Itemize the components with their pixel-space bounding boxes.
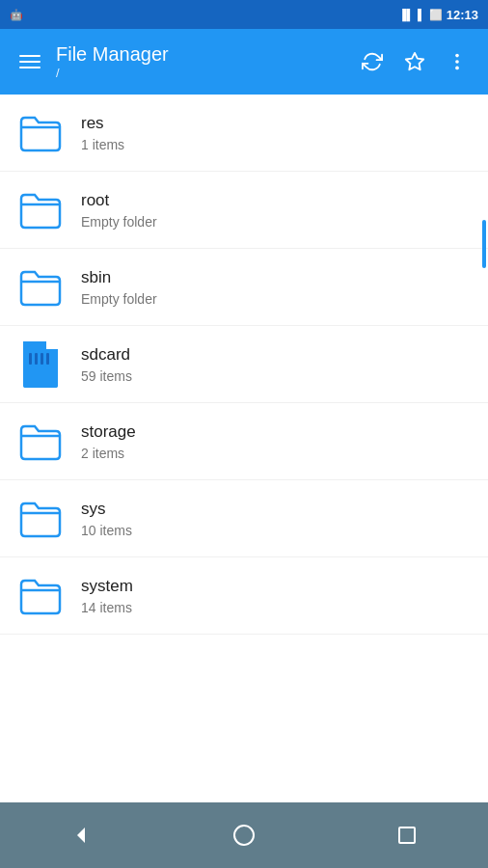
file-info: sbin Empty folder: [81, 267, 473, 306]
file-detail: 1 items: [81, 137, 473, 152]
more-icon: [447, 51, 468, 72]
folder-icon: [15, 417, 66, 467]
file-name: sys: [81, 499, 473, 520]
status-time: 12:13: [447, 8, 478, 22]
file-info: system 14 items: [81, 576, 473, 614]
file-list: res 1 items root Empty folder sbin Empty…: [0, 95, 488, 802]
favorite-button[interactable]: [395, 42, 434, 81]
app-title: File Manager: [56, 42, 353, 66]
top-bar-actions: [353, 42, 476, 81]
file-name: sdcard: [81, 344, 473, 366]
file-name: res: [81, 113, 473, 134]
folder-icon: [15, 185, 66, 235]
svg-rect-9: [41, 353, 43, 365]
file-detail: 2 items: [81, 446, 473, 461]
file-name: sbin: [81, 267, 473, 288]
file-name: root: [81, 190, 473, 211]
svg-point-2: [455, 60, 459, 64]
svg-rect-10: [46, 353, 49, 365]
file-info: sdcard 59 items: [81, 344, 473, 383]
svg-point-3: [455, 67, 459, 70]
svg-point-12: [234, 826, 254, 845]
folder-icon: [15, 108, 66, 158]
battery-icon: ⬜: [429, 9, 443, 21]
scroll-indicator: [482, 220, 486, 268]
file-info: storage 2 items: [81, 421, 473, 460]
star-icon: [404, 51, 425, 72]
folder-icon: [15, 494, 66, 544]
folder-icon: [15, 571, 66, 621]
svg-marker-11: [77, 827, 85, 843]
svg-rect-7: [29, 353, 32, 365]
list-item[interactable]: sdcard 59 items: [0, 326, 488, 403]
recents-icon: [395, 824, 419, 847]
sdcard-icon: [15, 339, 66, 390]
list-item[interactable]: sbin Empty folder: [0, 249, 488, 326]
file-detail: Empty folder: [81, 214, 473, 230]
back-button[interactable]: [58, 812, 104, 858]
recents-button[interactable]: [384, 812, 430, 858]
refresh-icon: [362, 51, 383, 72]
list-item[interactable]: sys 10 items: [0, 480, 488, 557]
current-path: /: [56, 66, 353, 81]
menu-button[interactable]: [12, 47, 48, 76]
file-detail: 14 items: [81, 600, 473, 615]
navigation-bar: [0, 802, 488, 868]
svg-rect-13: [399, 827, 415, 843]
home-button[interactable]: [221, 812, 267, 858]
file-name: system: [81, 576, 473, 597]
folder-icon: [15, 262, 66, 312]
status-bar-right: ▐▌ ▌ ⬜ 12:13: [398, 8, 478, 22]
list-item[interactable]: storage 2 items: [0, 403, 488, 480]
android-icon: 🤖: [10, 9, 23, 21]
file-info: root Empty folder: [81, 190, 473, 229]
list-item[interactable]: system 14 items: [0, 557, 488, 635]
file-detail: 59 items: [81, 368, 473, 384]
svg-point-1: [455, 54, 459, 58]
file-name: storage: [81, 421, 473, 443]
list-item[interactable]: res 1 items: [0, 95, 488, 172]
file-info: res 1 items: [81, 113, 473, 151]
svg-rect-8: [35, 353, 38, 365]
status-bar-left: 🤖: [10, 9, 23, 21]
home-icon: [232, 824, 256, 847]
file-info: sys 10 items: [81, 499, 473, 537]
more-options-button[interactable]: [438, 42, 476, 81]
top-bar: File Manager /: [0, 29, 488, 95]
back-icon: [69, 824, 93, 847]
list-item[interactable]: root Empty folder: [0, 172, 488, 249]
refresh-button[interactable]: [353, 42, 392, 81]
status-bar: 🤖 ▐▌ ▌ ⬜ 12:13: [0, 0, 488, 29]
svg-marker-0: [406, 53, 423, 69]
title-block: File Manager /: [56, 42, 353, 81]
signal-bars-icon: ▌: [418, 9, 425, 20]
file-detail: 10 items: [81, 523, 473, 538]
signal-icon: ▐▌: [398, 9, 414, 20]
file-detail: Empty folder: [81, 291, 473, 307]
